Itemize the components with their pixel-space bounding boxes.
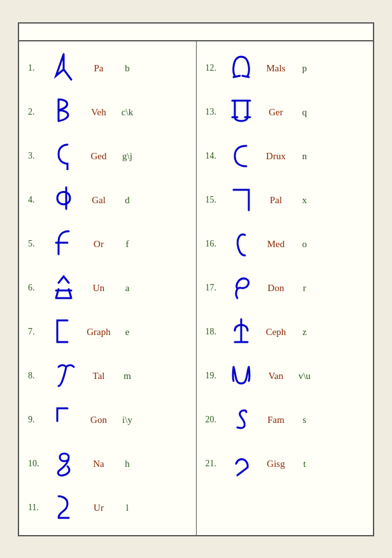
correspondence: s (295, 415, 315, 426)
alphabet-table: 1.Pab2.Vehc\k3.Gedg\j4.Gald5.Orf6.Una7.G… (19, 41, 373, 535)
row-number: 7. (28, 327, 47, 337)
correspondence: m (117, 371, 137, 382)
letter-name: Pa (80, 63, 117, 74)
table-row: 15.Palx (197, 178, 374, 222)
correspondence: h (117, 459, 137, 469)
row-number: 1. (28, 63, 47, 73)
angelic-glyph (47, 490, 80, 526)
table-row: 19.Vanv\u (197, 354, 374, 398)
row-number: 8. (28, 371, 47, 381)
letter-name: Ceph (258, 327, 295, 338)
angelic-glyph (225, 314, 258, 350)
letter-name: Pal (258, 195, 295, 206)
angelic-glyph (47, 314, 80, 350)
row-number: 13. (206, 107, 225, 117)
right-column: 12.Malsp13.Gerq14.Druxn15.Palx16.Medo17.… (197, 41, 374, 535)
letter-name: Gisg (258, 459, 295, 469)
main-container: 1.Pab2.Vehc\k3.Gedg\j4.Gald5.Orf6.Una7.G… (18, 22, 374, 536)
correspondence: n (295, 151, 315, 162)
correspondence: v\u (295, 371, 315, 382)
angelic-glyph (47, 402, 80, 438)
angelic-glyph (47, 94, 80, 131)
correspondence: f (117, 239, 137, 250)
table-row: 13.Gerq (197, 90, 374, 134)
row-number: 9. (28, 415, 47, 425)
letter-name: Mals (258, 63, 295, 74)
angelic-glyph (47, 226, 80, 262)
letter-name: Med (258, 239, 295, 250)
correspondence: b (117, 63, 137, 74)
letter-name: Veh (80, 107, 117, 118)
correspondence: c\k (117, 107, 137, 118)
correspondence: q (295, 107, 315, 118)
correspondence: i\y (117, 415, 137, 426)
row-number: 4. (28, 195, 47, 205)
letter-name: Graph (80, 327, 117, 338)
table-row: 18.Cephz (197, 310, 374, 354)
letter-name: Tal (80, 371, 117, 382)
letter-name: Van (258, 371, 295, 382)
letter-name: Ged (80, 151, 117, 162)
table-row: 11.Url (19, 486, 196, 530)
letter-name: Ger (258, 107, 295, 118)
angelic-glyph (225, 94, 258, 131)
row-number: 3. (28, 151, 47, 161)
row-number: 2. (28, 107, 47, 117)
row-number: 5. (28, 239, 47, 249)
angelic-glyph (47, 50, 80, 87)
letter-name: Na (80, 459, 117, 469)
correspondence: x (295, 195, 315, 206)
angelic-glyph (225, 402, 258, 438)
correspondence: p (295, 63, 315, 74)
letter-name: Gon (80, 415, 117, 426)
table-row: 2.Vehc\k (19, 90, 196, 134)
letter-name: Don (258, 283, 295, 294)
angelic-glyph (225, 270, 258, 306)
correspondence: d (117, 195, 137, 206)
table-row: 4.Gald (19, 178, 196, 222)
table-row: 21.Gisgt (197, 442, 374, 486)
row-number: 16. (206, 239, 225, 249)
row-number: 19. (206, 371, 225, 381)
table-row: 16.Medo (197, 222, 374, 266)
letter-name: Drux (258, 151, 295, 162)
correspondence: e (117, 327, 137, 338)
letter-name: Ur (80, 503, 117, 513)
row-number: 20. (206, 415, 225, 425)
table-row: 5.Orf (19, 222, 196, 266)
correspondence: a (117, 283, 137, 294)
letter-name: Un (80, 283, 117, 294)
correspondence: r (295, 283, 315, 294)
table-row: 9.Goni\y (19, 398, 196, 442)
table-row: 12.Malsp (197, 46, 374, 90)
angelic-glyph (225, 446, 258, 482)
angelic-glyph (225, 182, 258, 218)
letter-name: Gal (80, 195, 117, 206)
row-number: 10. (28, 459, 47, 469)
row-number: 15. (206, 195, 225, 205)
table-row: 20.Fams (197, 398, 374, 442)
header (19, 24, 373, 41)
correspondence: g\j (117, 151, 137, 162)
letter-name: Or (80, 239, 117, 250)
angelic-glyph (47, 270, 80, 306)
table-row: 7.Graphe (19, 310, 196, 354)
angelic-glyph (225, 50, 258, 87)
angelic-glyph (47, 446, 80, 482)
table-row: 3.Gedg\j (19, 134, 196, 178)
table-row: 6.Una (19, 266, 196, 310)
row-number: 17. (206, 283, 225, 293)
table-row: 1.Pab (19, 46, 196, 90)
angelic-glyph (225, 138, 258, 175)
table-row: 8.Talm (19, 354, 196, 398)
row-number: 6. (28, 283, 47, 293)
correspondence: t (295, 459, 315, 469)
table-row: 17.Donr (197, 266, 374, 310)
angelic-glyph (225, 226, 258, 262)
row-number: 21. (206, 459, 225, 469)
correspondence: o (295, 239, 315, 250)
correspondence: l (117, 503, 137, 513)
row-number: 18. (206, 327, 225, 337)
angelic-glyph (47, 138, 80, 175)
table-row: 10.Nah (19, 442, 196, 486)
